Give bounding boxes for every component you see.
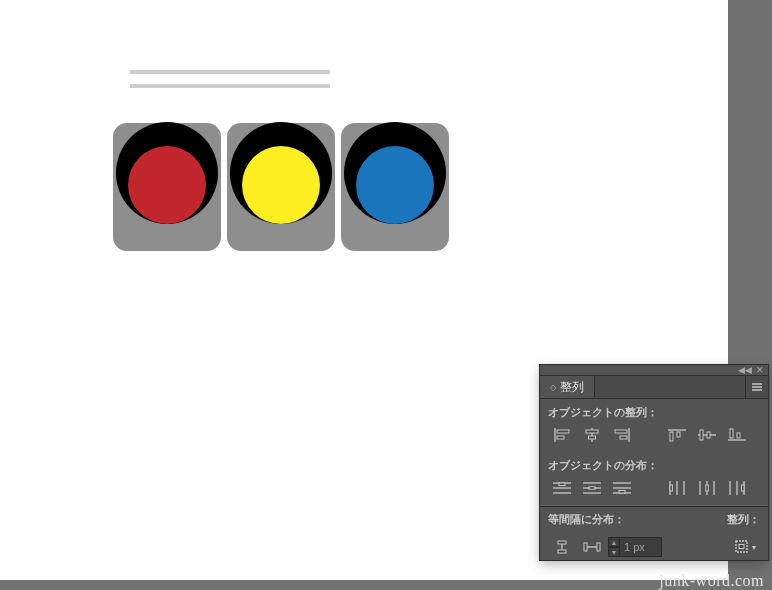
panel-flyout-menu[interactable] — [745, 376, 768, 398]
distribute-right-button[interactable] — [723, 477, 750, 499]
stepper-up-icon[interactable]: ▲ — [608, 537, 620, 547]
distribute-bottom-button[interactable] — [608, 477, 635, 499]
chevron-down-icon: ▾ — [752, 543, 756, 552]
spacing-row: ▲ ▼ 1 px ▾ — [540, 532, 768, 566]
close-icon[interactable]: ✕ — [756, 366, 764, 375]
align-row — [540, 420, 768, 452]
svg-rect-16 — [730, 429, 733, 438]
align-to-dropdown[interactable]: ▾ — [730, 536, 760, 558]
signal-bulb-yellow — [242, 146, 320, 224]
align-right-button[interactable] — [608, 424, 635, 446]
align-top-button[interactable] — [663, 424, 690, 446]
align-left-button[interactable] — [548, 424, 575, 446]
tab-align[interactable]: ◇ 整列 — [540, 376, 595, 398]
signal-yellow-housing[interactable] — [227, 123, 335, 251]
align-bottom-button[interactable] — [723, 424, 750, 446]
spacing-value-field[interactable]: ▲ ▼ 1 px — [608, 537, 662, 557]
align-section-label: オブジェクトの整列： — [540, 399, 768, 420]
svg-rect-5 — [588, 436, 595, 439]
svg-rect-33 — [670, 485, 673, 491]
distribute-row — [540, 473, 768, 505]
svg-rect-37 — [705, 485, 708, 491]
svg-rect-11 — [677, 432, 680, 437]
tab-align-label: 整列 — [560, 379, 584, 396]
tab-expand-icon: ◇ — [550, 383, 556, 392]
svg-rect-14 — [707, 432, 710, 438]
signal-blue-housing[interactable] — [341, 123, 449, 251]
svg-rect-41 — [741, 485, 744, 491]
spacing-header: 等間隔に分布： 整列： — [540, 507, 768, 532]
svg-rect-7 — [615, 430, 627, 433]
spacing-label: 等間隔に分布： — [548, 512, 625, 527]
distribute-top-button[interactable] — [548, 477, 575, 499]
distribute-section-label: オブジェクトの分布： — [540, 452, 768, 473]
alignto-label: 整列： — [727, 512, 760, 527]
svg-rect-46 — [597, 543, 600, 551]
align-vcenter-button[interactable] — [693, 424, 720, 446]
svg-rect-21 — [559, 483, 565, 486]
distribute-vcenter-button[interactable] — [578, 477, 605, 499]
svg-rect-43 — [558, 550, 566, 553]
watermark-text: junk-word.com — [659, 572, 764, 590]
collapse-icon[interactable]: ◀◀ — [738, 366, 752, 375]
svg-rect-25 — [589, 487, 595, 490]
signal-bulb-blue — [356, 146, 434, 224]
align-hcenter-button[interactable] — [578, 424, 605, 446]
svg-rect-49 — [739, 545, 744, 549]
distribute-hcenter-button[interactable] — [693, 477, 720, 499]
svg-rect-17 — [737, 433, 740, 438]
svg-rect-4 — [586, 430, 598, 433]
signal-red-housing[interactable] — [113, 123, 221, 251]
panel-grip[interactable]: ◀◀ ✕ — [540, 365, 768, 376]
svg-rect-13 — [700, 430, 703, 440]
distribute-hspacing-button[interactable] — [578, 536, 605, 558]
preview-line — [130, 84, 330, 88]
signal-bulb-red — [128, 146, 206, 224]
svg-rect-42 — [558, 541, 566, 544]
svg-rect-2 — [557, 436, 564, 439]
svg-rect-45 — [584, 543, 587, 551]
svg-rect-8 — [620, 436, 627, 439]
svg-rect-1 — [557, 430, 569, 433]
distribute-vspacing-button[interactable] — [548, 536, 575, 558]
svg-rect-29 — [619, 491, 625, 494]
svg-rect-10 — [670, 432, 673, 441]
stepper-down-icon[interactable]: ▼ — [608, 547, 620, 557]
distribute-left-button[interactable] — [663, 477, 690, 499]
preview-line — [130, 70, 330, 74]
align-panel: ◀◀ ✕ ◇ 整列 オブジェクトの整列： オブジェクトの分 — [540, 365, 768, 560]
spacing-value[interactable]: 1 px — [620, 537, 662, 557]
panel-tabbar: ◇ 整列 — [540, 376, 768, 399]
